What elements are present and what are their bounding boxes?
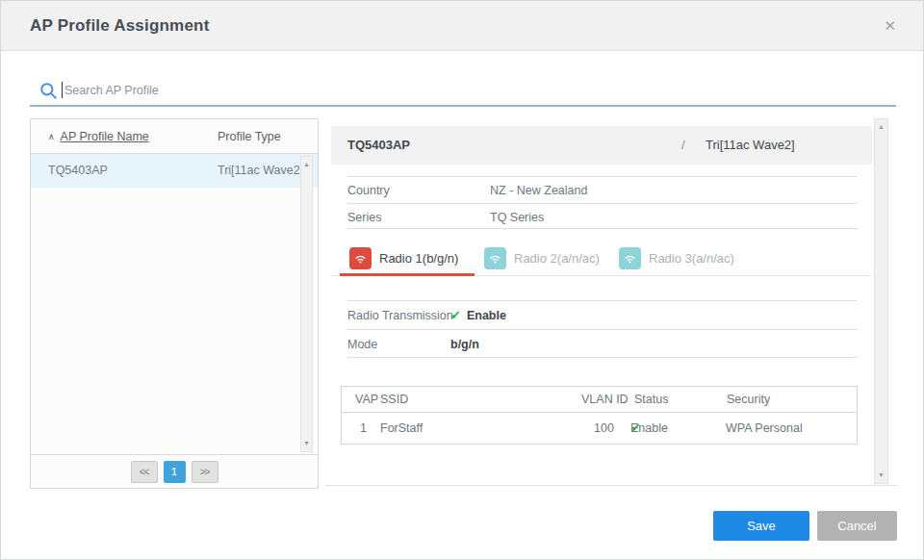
status-col-header: Status [634,387,668,413]
ssid-col-header: SSID [380,387,408,413]
series-label: Series [347,204,381,231]
profile-list-row-selected[interactable]: TQ5403AP Tri[11ac Wave2] [31,154,318,188]
vap-table: VAP SSID VLAN ID Status Security 1 ForSt… [341,386,858,445]
security-cell: WPA Personal [726,413,803,444]
pagination-prev-button[interactable]: << [131,461,158,483]
cancel-button[interactable]: Cancel [817,511,897,541]
tab-radio-3-label: Radio 3(a/n/ac) [649,251,734,266]
dialog-titlebar: AP Profile Assignment ✕ [1,1,923,51]
profile-list-header: ∧AP Profile Name Profile Type [31,119,318,154]
mode-label: Mode [347,330,377,359]
vap-table-row: 1 ForStaff 100 ✔Enable WPA Personal [342,413,857,444]
profile-list-panel: ∧AP Profile Name Profile Type TQ5403AP T… [30,118,319,489]
country-label: Country [347,177,390,204]
search-icon [39,82,58,104]
vap-table-header: VAP SSID VLAN ID Status Security [342,387,857,413]
profile-type-cell: Tri[11ac Wave2] [218,154,303,188]
close-icon[interactable]: ✕ [884,1,896,51]
pagination-page-1-button[interactable]: 1 [164,461,186,483]
country-value: NZ - New Zealand [490,177,587,204]
profile-name-cell: TQ5403AP [48,154,108,188]
wifi-icon [349,247,372,269]
detail-separator: / [681,126,685,165]
scroll-down-icon[interactable]: ▼ [301,439,312,448]
radio-transmission-row: Radio Transmission ✔Enable [347,300,858,329]
security-col-header: Security [727,387,770,413]
vap-cell: 1 [360,413,367,444]
profile-detail-panel: TQ5403AP / Tri[11ac Wave2] Country NZ - … [325,118,897,486]
tab-radio-1-label: Radio 1(b/g/n) [379,251,458,266]
series-value: TQ Series [490,204,544,231]
text-cursor [62,82,63,98]
mode-value: b/g/n [450,330,479,359]
detail-profile-name: TQ5403AP [347,126,410,165]
detail-profile-type: Tri[11ac Wave2] [706,126,795,165]
ap-profile-assignment-dialog: AP Profile Assignment ✕ ∧AP Profile Name… [0,0,924,560]
mode-row: Mode b/g/n [347,329,858,358]
tab-radio-2[interactable]: Radio 2(a/n/ac) [484,244,600,271]
sort-ascending-icon: ∧ [48,132,55,141]
radio-transmission-label: Radio Transmission [347,301,453,330]
dialog-title: AP Profile Assignment [30,1,210,51]
wifi-icon [484,247,506,269]
vlan-cell: 100 [594,413,614,444]
pagination-next-button[interactable]: >> [192,461,218,483]
ssid-cell: ForStaff [380,413,423,444]
vap-col-header: VAP [355,387,378,413]
detail-header: TQ5403AP / Tri[11ac Wave2] [331,126,872,165]
scroll-down-icon[interactable]: ▼ [875,471,887,480]
list-scrollbar[interactable]: ▲ ▼ [300,156,313,452]
field-row-series: Series TQ Series [347,203,858,229]
search-underline [30,105,896,107]
search-input[interactable] [64,78,888,102]
save-button[interactable]: Save [713,511,809,541]
radio-properties: Radio Transmission ✔Enable Mode b/g/n [347,300,858,358]
scroll-up-icon[interactable]: ▲ [875,122,887,132]
check-icon: ✔ [450,308,461,322]
column-header-ap-profile-name[interactable]: ∧AP Profile Name [48,119,149,155]
pagination-bar: << 1 >> [31,454,318,488]
radio-transmission-value: ✔Enable [450,301,506,330]
wifi-icon [619,247,641,269]
tab-radio-1[interactable]: Radio 1(b/g/n) [349,244,458,271]
tab-radio-2-label: Radio 2(a/n/ac) [514,251,600,266]
vlan-col-header: VLAN ID [581,387,629,413]
tab-radio-3[interactable]: Radio 3(a/n/ac) [619,244,734,271]
scroll-up-icon[interactable]: ▲ [301,160,312,169]
field-row-country: Country NZ - New Zealand [347,176,858,203]
active-tab-underline [340,273,475,276]
column-header-profile-type[interactable]: Profile Type [218,119,281,154]
detail-scrollbar[interactable]: ▲ ▼ [874,118,888,484]
detail-fields: Country NZ - New Zealand Series TQ Serie… [347,176,858,229]
